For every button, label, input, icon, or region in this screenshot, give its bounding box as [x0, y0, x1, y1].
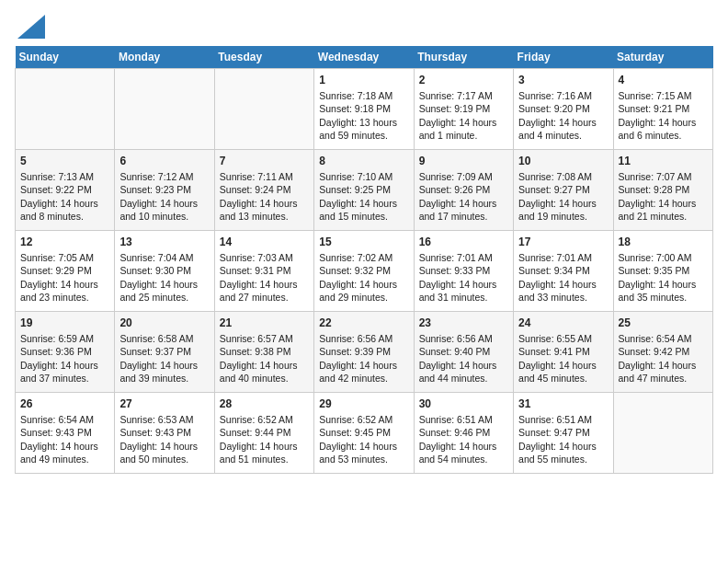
- day-number: 15: [319, 235, 408, 249]
- sunrise-time: Sunrise: 7:12 AM: [119, 170, 209, 183]
- daylight-hours: Daylight: 14 hours and 15 minutes.: [319, 197, 408, 223]
- daylight-hours: Daylight: 14 hours and 54 minutes.: [419, 440, 508, 465]
- calendar-cell: 27Sunrise: 6:53 AMSunset: 9:43 PMDayligh…: [115, 393, 214, 474]
- sunset-time: Sunset: 9:31 PM: [220, 264, 309, 277]
- daylight-hours: Daylight: 14 hours and 1 minute.: [419, 116, 508, 142]
- sunrise-time: Sunrise: 6:53 AM: [119, 413, 209, 426]
- calendar-cell: 11Sunrise: 7:07 AMSunset: 9:28 PMDayligh…: [613, 150, 712, 231]
- calendar-cell: 21Sunrise: 6:57 AMSunset: 9:38 PMDayligh…: [214, 312, 313, 393]
- day-number: 29: [319, 396, 408, 411]
- calendar-cell: 28Sunrise: 6:52 AMSunset: 9:44 PMDayligh…: [214, 393, 313, 474]
- sunrise-time: Sunrise: 6:56 AM: [419, 332, 508, 345]
- day-number: 11: [619, 154, 708, 168]
- day-number: 30: [419, 396, 508, 411]
- calendar-cell: 9Sunrise: 7:09 AMSunset: 9:26 PMDaylight…: [414, 150, 513, 231]
- calendar-cell: 7Sunrise: 7:11 AMSunset: 9:24 PMDaylight…: [214, 150, 313, 231]
- sunset-time: Sunset: 9:29 PM: [20, 264, 109, 277]
- sunrise-time: Sunrise: 6:54 AM: [619, 332, 708, 345]
- calendar-cell: 6Sunrise: 7:12 AMSunset: 9:23 PMDaylight…: [115, 150, 214, 231]
- sunrise-time: Sunrise: 6:52 AM: [220, 413, 309, 426]
- day-number: 12: [20, 235, 109, 249]
- day-number: 8: [319, 154, 408, 168]
- day-number: 7: [220, 154, 309, 168]
- day-number: 1: [319, 73, 408, 87]
- daylight-hours: Daylight: 14 hours and 35 minutes.: [619, 278, 708, 304]
- sunset-time: Sunset: 9:36 PM: [20, 345, 109, 358]
- calendar-cell: 10Sunrise: 7:08 AMSunset: 9:27 PMDayligh…: [514, 150, 613, 231]
- sunrise-time: Sunrise: 6:58 AM: [119, 332, 209, 345]
- day-of-week-header: Thursday: [414, 46, 513, 69]
- day-number: 26: [20, 396, 109, 411]
- day-number: 18: [619, 235, 708, 249]
- daylight-hours: Daylight: 14 hours and 42 minutes.: [319, 359, 408, 385]
- day-number: 6: [119, 154, 209, 168]
- sunrise-time: Sunrise: 7:10 AM: [319, 170, 408, 183]
- calendar-cell: 26Sunrise: 6:54 AMSunset: 9:43 PMDayligh…: [16, 393, 115, 474]
- sunrise-time: Sunrise: 6:54 AM: [20, 413, 109, 426]
- daylight-hours: Daylight: 14 hours and 4 minutes.: [518, 116, 608, 142]
- calendar-table: SundayMondayTuesdayWednesdayThursdayFrid…: [15, 46, 713, 474]
- sunrise-time: Sunrise: 7:00 AM: [619, 251, 708, 264]
- sunrise-time: Sunrise: 7:09 AM: [419, 170, 508, 183]
- sunrise-time: Sunrise: 7:13 AM: [20, 170, 109, 183]
- sunrise-time: Sunrise: 7:11 AM: [220, 170, 309, 183]
- sunset-time: Sunset: 9:27 PM: [518, 183, 608, 196]
- day-number: 13: [119, 235, 209, 249]
- sunrise-time: Sunrise: 6:55 AM: [518, 332, 608, 345]
- calendar-cell: [613, 393, 712, 474]
- daylight-hours: Daylight: 14 hours and 51 minutes.: [220, 440, 309, 465]
- sunrise-time: Sunrise: 7:07 AM: [619, 170, 708, 183]
- calendar-cell: 14Sunrise: 7:03 AMSunset: 9:31 PMDayligh…: [214, 231, 313, 312]
- calendar-cell: 12Sunrise: 7:05 AMSunset: 9:29 PMDayligh…: [16, 231, 115, 312]
- daylight-hours: Daylight: 14 hours and 27 minutes.: [220, 278, 309, 304]
- day-number: 9: [419, 154, 508, 168]
- day-number: 19: [20, 316, 109, 330]
- sunset-time: Sunset: 9:30 PM: [119, 264, 209, 277]
- calendar-cell: 18Sunrise: 7:00 AMSunset: 9:35 PMDayligh…: [613, 231, 712, 312]
- sunrise-time: Sunrise: 7:05 AM: [20, 251, 109, 264]
- daylight-hours: Daylight: 14 hours and 8 minutes.: [20, 197, 109, 223]
- daylight-hours: Daylight: 14 hours and 39 minutes.: [119, 359, 209, 385]
- day-number: 27: [119, 396, 209, 411]
- sunrise-time: Sunrise: 6:51 AM: [518, 413, 608, 426]
- calendar-cell: 25Sunrise: 6:54 AMSunset: 9:42 PMDayligh…: [613, 312, 712, 393]
- calendar-cell: 13Sunrise: 7:04 AMSunset: 9:30 PMDayligh…: [115, 231, 214, 312]
- daylight-hours: Daylight: 14 hours and 49 minutes.: [20, 440, 109, 465]
- day-number: 2: [419, 73, 508, 87]
- daylight-hours: Daylight: 13 hours and 59 minutes.: [319, 116, 408, 142]
- day-number: 21: [220, 316, 309, 330]
- sunset-time: Sunset: 9:41 PM: [518, 345, 608, 358]
- sunset-time: Sunset: 9:19 PM: [419, 102, 508, 115]
- daylight-hours: Daylight: 14 hours and 33 minutes.: [518, 278, 608, 304]
- sunset-time: Sunset: 9:33 PM: [419, 264, 508, 277]
- day-number: 16: [419, 235, 508, 249]
- sunset-time: Sunset: 9:37 PM: [119, 345, 209, 358]
- sunrise-time: Sunrise: 7:02 AM: [319, 251, 408, 264]
- day-of-week-header: Saturday: [613, 46, 712, 69]
- calendar-cell: 29Sunrise: 6:52 AMSunset: 9:45 PMDayligh…: [314, 393, 414, 474]
- calendar-cell: 15Sunrise: 7:02 AMSunset: 9:32 PMDayligh…: [314, 231, 414, 312]
- sunset-time: Sunset: 9:43 PM: [119, 426, 209, 439]
- sunset-time: Sunset: 9:39 PM: [319, 345, 408, 358]
- day-of-week-header: Sunday: [16, 46, 115, 69]
- sunset-time: Sunset: 9:34 PM: [518, 264, 608, 277]
- calendar-cell: 22Sunrise: 6:56 AMSunset: 9:39 PMDayligh…: [314, 312, 414, 393]
- calendar-cell: 31Sunrise: 6:51 AMSunset: 9:47 PMDayligh…: [514, 393, 613, 474]
- sunset-time: Sunset: 9:26 PM: [419, 183, 508, 196]
- day-number: 17: [518, 235, 608, 249]
- sunset-time: Sunset: 9:45 PM: [319, 426, 408, 439]
- sunset-time: Sunset: 9:18 PM: [319, 102, 408, 115]
- sunset-time: Sunset: 9:44 PM: [220, 426, 309, 439]
- logo-icon: [17, 15, 45, 39]
- sunset-time: Sunset: 9:42 PM: [619, 345, 708, 358]
- calendar-cell: 19Sunrise: 6:59 AMSunset: 9:36 PMDayligh…: [16, 312, 115, 393]
- sunrise-time: Sunrise: 6:57 AM: [220, 332, 309, 345]
- daylight-hours: Daylight: 14 hours and 50 minutes.: [119, 440, 209, 465]
- sunset-time: Sunset: 9:43 PM: [20, 426, 109, 439]
- calendar-cell: 30Sunrise: 6:51 AMSunset: 9:46 PMDayligh…: [414, 393, 513, 474]
- sunrise-time: Sunrise: 7:17 AM: [419, 89, 508, 102]
- day-number: 25: [619, 316, 708, 330]
- daylight-hours: Daylight: 14 hours and 23 minutes.: [20, 278, 109, 304]
- calendar-cell: [16, 69, 115, 150]
- sunrise-time: Sunrise: 7:18 AM: [319, 89, 408, 102]
